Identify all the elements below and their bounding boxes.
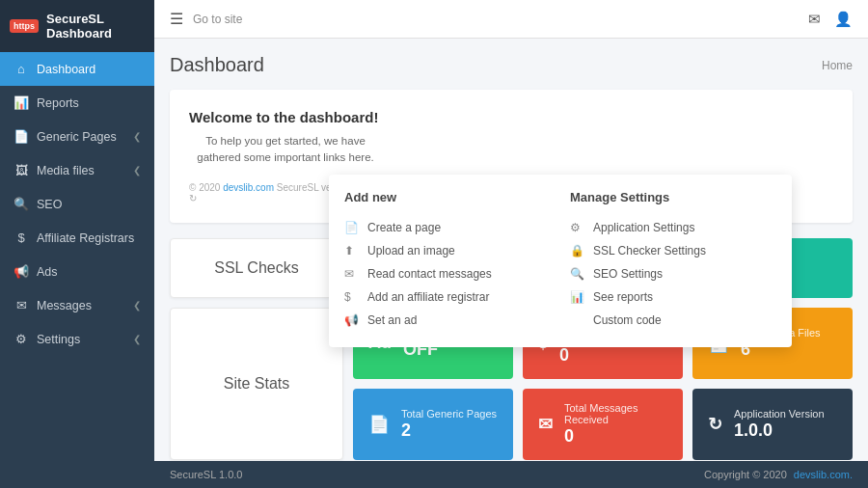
chevron-icon-7: ❮: [133, 300, 141, 311]
sidebar-item-media-files[interactable]: 🖼 Media files ❮: [0, 153, 154, 187]
content-area: Dashboard Home Welcome to the dashboard!…: [154, 39, 868, 461]
sidebar-icon-2: 📄: [14, 129, 29, 144]
welcome-title: Welcome to the dashboard!: [189, 109, 382, 125]
add-new-item-2[interactable]: ✉Read contact messages: [344, 262, 551, 285]
add-new-item-1[interactable]: ⬆Upload an image: [344, 239, 551, 262]
manage-item-3[interactable]: 📊See reports: [570, 285, 776, 309]
site-card-icon-3: 📄: [368, 414, 390, 435]
topbar-actions: ✉ 👤: [808, 11, 853, 28]
manage-item-0[interactable]: ⚙Application Settings: [570, 216, 776, 239]
topbar: ☰ Go to site ✉ 👤: [154, 0, 868, 39]
manage-settings-title: Manage Settings: [570, 190, 776, 204]
sidebar-item-affiliate-registrars[interactable]: $ Affiliate Registrars: [0, 221, 154, 255]
site-card-icon-4: ✉: [538, 414, 553, 435]
manage-item-4[interactable]: Custom code: [570, 309, 776, 332]
chevron-icon-2: ❮: [133, 131, 141, 142]
logo-text: SecureSL Dashboard: [46, 12, 145, 41]
sidebar-icon-0: ⌂: [14, 62, 29, 76]
add-new-item-3[interactable]: $Add an affiliate registrar: [344, 285, 551, 309]
sidebar-item-ads[interactable]: 📢 Ads: [0, 255, 154, 288]
sidebar: https SecureSL Dashboard ⌂ Dashboard 📊 R…: [0, 0, 154, 488]
sidebar-icon-8: ⚙: [14, 332, 29, 346]
dashboard-links-dropdown: Add new 📄Create a page⬆Upload an image✉R…: [329, 175, 792, 347]
sidebar-icon-6: 📢: [14, 264, 29, 279]
site-card-icon-5: ↻: [708, 414, 722, 435]
chevron-icon-3: ❮: [133, 165, 141, 176]
manage-item-1[interactable]: 🔒SSL Checker Settings: [570, 239, 776, 262]
site-card-4: ✉ Total Messages Received 0: [523, 389, 683, 460]
manage-settings-section: Manage Settings ⚙Application Settings🔒SS…: [570, 190, 776, 332]
devslib-link[interactable]: devslib.com: [223, 182, 274, 193]
site-card-3: 📄 Total Generic Pages 2: [353, 389, 513, 460]
manage-settings-items: ⚙Application Settings🔒SSL Checker Settin…: [570, 216, 776, 332]
sidebar-item-generic-pages[interactable]: 📄 Generic Pages ❮: [0, 120, 154, 153]
site-stats-label: Site Stats: [170, 308, 343, 460]
user-icon[interactable]: 👤: [834, 11, 853, 28]
add-new-title: Add new: [344, 190, 551, 204]
welcome-description: To help you get started, we have gathere…: [189, 133, 382, 167]
sidebar-item-messages[interactable]: ✉ Messages ❮: [0, 288, 154, 322]
footer-left: SecureSL 1.0.0: [170, 469, 242, 480]
main-area: ☰ Go to site ✉ 👤 Dashboard Home Welcome …: [154, 0, 868, 488]
add-new-section: Add new 📄Create a page⬆Upload an image✉R…: [344, 190, 551, 332]
sidebar-icon-5: $: [14, 230, 29, 245]
footer-link[interactable]: devslib.com.: [794, 469, 853, 480]
sidebar-item-seo[interactable]: 🔍 SEO: [0, 187, 154, 221]
sidebar-item-dashboard[interactable]: ⌂ Dashboard: [0, 52, 154, 86]
sidebar-logo: https SecureSL Dashboard: [0, 0, 154, 52]
add-new-items: 📄Create a page⬆Upload an image✉Read cont…: [344, 216, 551, 332]
chevron-icon-8: ❮: [133, 334, 141, 344]
logo-badge: https: [10, 19, 39, 33]
ssl-checks-label: SSL Checks: [170, 238, 343, 298]
sidebar-item-reports[interactable]: 📊 Reports: [0, 86, 154, 120]
sidebar-icon-3: 🖼: [14, 163, 29, 177]
site-card-5: ↻ Application Version 1.0.0: [692, 389, 853, 460]
page-header: Dashboard Home: [170, 54, 853, 76]
sidebar-icon-4: 🔍: [14, 197, 29, 211]
manage-item-2[interactable]: 🔍SEO Settings: [570, 262, 776, 285]
sidebar-icon-1: 📊: [14, 95, 29, 110]
breadcrumb: Home: [822, 59, 853, 72]
footer: SecureSL 1.0.0 Copyright © 2020 devslib.…: [154, 461, 868, 488]
footer-right: Copyright © 2020 devslib.com.: [704, 469, 853, 480]
page-title: Dashboard: [170, 54, 264, 76]
sidebar-navigation: ⌂ Dashboard 📊 Reports 📄 Generic Pages ❮ …: [0, 52, 154, 488]
hamburger-icon[interactable]: ☰: [170, 10, 183, 28]
mail-icon[interactable]: ✉: [808, 11, 821, 28]
add-new-item-4[interactable]: 📢Set an ad: [344, 309, 551, 332]
sidebar-icon-7: ✉: [14, 298, 29, 312]
goto-site-text: Go to site: [193, 13, 799, 26]
add-new-item-0[interactable]: 📄Create a page: [344, 216, 551, 239]
sidebar-item-settings[interactable]: ⚙ Settings ❮: [0, 322, 154, 356]
